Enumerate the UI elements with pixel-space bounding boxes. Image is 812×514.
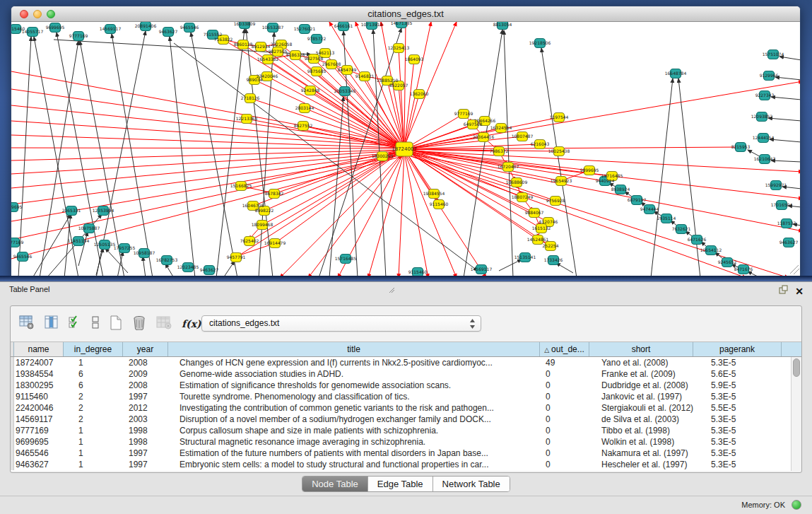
cell-short[interactable]: de Silva et al. (2003) xyxy=(589,414,693,425)
cell-name[interactable]: 22420046 xyxy=(14,402,64,414)
cell-short[interactable]: Tibbo et al. (1998) xyxy=(589,425,693,436)
cell-year[interactable]: 1998 xyxy=(123,425,168,436)
function-builder-icon[interactable]: f(x) xyxy=(182,317,201,330)
cell-title[interactable]: Tourette syndrome. Phenomenology and cla… xyxy=(168,391,540,402)
graph-edge[interactable] xyxy=(11,153,402,204)
graph-edge[interactable] xyxy=(165,264,174,276)
cell-title[interactable]: Structural magnetic resonance image aver… xyxy=(168,436,540,448)
cell-year[interactable]: 2008 xyxy=(123,380,168,391)
cell-in_degree[interactable]: 2 xyxy=(64,402,123,414)
cell-name[interactable]: 19384554 xyxy=(14,368,64,380)
cell-pagerank[interactable]: 5.3E-5 xyxy=(693,425,782,436)
cell-name[interactable]: 9463627 xyxy=(14,459,64,470)
cell-in_degree[interactable]: 1 xyxy=(64,436,123,448)
graph-edge[interactable] xyxy=(504,30,513,276)
cell-in_degree[interactable]: 6 xyxy=(64,380,123,391)
graph-edge[interactable] xyxy=(768,118,800,121)
stacked-squares-icon[interactable] xyxy=(91,315,100,332)
tab-network-table[interactable]: Network Table xyxy=(433,477,510,491)
table-row[interactable]: 1456911722003Disruption of a novel membe… xyxy=(11,414,801,425)
cell-short[interactable]: Hescheler et al. (1997) xyxy=(589,459,693,470)
graph-edge[interactable] xyxy=(170,37,195,276)
cell-name[interactable]: 9465546 xyxy=(14,448,64,459)
graph-edge[interactable] xyxy=(112,34,153,276)
delete-table-disabled-icon[interactable] xyxy=(156,315,172,332)
panel-resize-grip-icon[interactable] xyxy=(389,284,396,298)
column-header-year[interactable]: year xyxy=(123,342,168,356)
tab-node-table[interactable]: Node Table xyxy=(302,477,368,491)
cell-in_degree[interactable]: 1 xyxy=(64,459,123,470)
column-header-name[interactable]: name xyxy=(14,342,64,356)
cell-in_degree[interactable]: 1 xyxy=(64,425,123,436)
minimize-window-button[interactable] xyxy=(33,10,42,18)
cell-title[interactable]: Estimation of significance thresholds fo… xyxy=(168,380,540,391)
table-row[interactable]: 946554611997Estimation of the future num… xyxy=(11,448,801,459)
cell-short[interactable]: Yano et al. (2008) xyxy=(589,357,693,368)
cell-pagerank[interactable]: 5.3E-5 xyxy=(693,391,782,402)
column-header-short[interactable]: short xyxy=(589,342,693,356)
table-selector-dropdown[interactable]: citations_edges.txt xyxy=(201,315,481,332)
graph-edge[interactable] xyxy=(11,155,403,240)
trash-icon[interactable] xyxy=(132,315,146,333)
scrollbar-thumb[interactable] xyxy=(793,358,800,377)
new-document-icon[interactable] xyxy=(110,315,122,333)
cell-out_de[interactable]: 0 xyxy=(540,425,589,436)
cell-out_de[interactable]: 0 xyxy=(540,459,589,470)
cell-name[interactable]: 14569117 xyxy=(14,414,64,425)
cell-in_degree[interactable]: 2 xyxy=(64,414,123,425)
row-checks-icon[interactable] xyxy=(69,315,81,332)
citation-network-graph[interactable]: 9115460140557179699695977716914569117208… xyxy=(11,22,800,276)
cell-out_de[interactable]: 0 xyxy=(540,448,589,459)
graph-edge[interactable] xyxy=(399,152,404,276)
cell-pagerank[interactable]: 5.3E-5 xyxy=(693,448,782,459)
column-header-in_degree[interactable]: in_degree xyxy=(64,342,123,356)
graph-edge[interactable] xyxy=(771,97,800,100)
graph-edge[interactable] xyxy=(779,57,800,60)
column-header-out_de[interactable]: △out_de... xyxy=(540,342,589,356)
graph-edge[interactable] xyxy=(254,80,404,149)
cell-year[interactable]: 2009 xyxy=(123,368,168,380)
graph-edge[interactable] xyxy=(11,150,401,160)
graph-edge[interactable] xyxy=(223,261,235,276)
cell-pagerank[interactable]: 5.5E-5 xyxy=(693,402,782,414)
cell-short[interactable]: Nakamura et al. (1997) xyxy=(589,448,693,459)
vertical-scrollbar[interactable] xyxy=(791,357,801,471)
cell-in_degree[interactable]: 2 xyxy=(64,391,123,402)
graph-edge[interactable] xyxy=(678,78,700,276)
graph-edge[interactable] xyxy=(407,153,800,231)
cell-short[interactable]: Jankovic et al. (1997) xyxy=(589,391,693,402)
close-panel-icon[interactable]: ✕ xyxy=(795,286,804,296)
table-row[interactable]: 911546021997Tourette syndrome. Phenomeno… xyxy=(11,391,801,402)
cell-pagerank[interactable]: 5.9E-5 xyxy=(693,380,782,391)
cell-title[interactable]: Changes of HCN gene expression and I(f) … xyxy=(168,357,540,368)
table-panel-header[interactable]: Table Panel ✕ xyxy=(0,282,812,296)
cell-year[interactable]: 1997 xyxy=(123,391,168,402)
cell-title[interactable]: Corpus callosum shape and size in male p… xyxy=(168,425,540,436)
cell-out_de[interactable]: 0 xyxy=(540,414,589,425)
graph-edge[interactable] xyxy=(404,59,414,149)
cell-in_degree[interactable]: 1 xyxy=(64,448,123,459)
graph-edge[interactable] xyxy=(651,78,673,276)
graph-edge[interactable] xyxy=(11,148,401,148)
cell-title[interactable]: Embryonic stem cells: a model to study s… xyxy=(168,459,540,470)
graph-edge[interactable] xyxy=(404,22,431,146)
graph-edge[interactable] xyxy=(143,257,146,276)
cell-short[interactable]: Stergiakouli et al. (2012) xyxy=(589,402,693,414)
show-columns-icon[interactable] xyxy=(45,315,59,332)
cell-in_degree[interactable]: 6 xyxy=(64,368,123,380)
cell-name[interactable]: 18724007 xyxy=(14,357,64,368)
cell-pagerank[interactable]: 5.6E-5 xyxy=(693,368,782,380)
graph-edge[interactable] xyxy=(407,151,800,172)
cell-title[interactable]: Disruption of a novel member of a sodium… xyxy=(168,414,540,425)
graph-edge[interactable] xyxy=(33,214,71,276)
cell-out_de[interactable]: 0 xyxy=(540,391,589,402)
network-window-titlebar[interactable]: citations_edges.txt xyxy=(11,6,800,22)
cell-name[interactable]: 9777169 xyxy=(14,425,64,436)
cell-out_de[interactable]: 0 xyxy=(540,380,589,391)
canvas-resize-grip-icon[interactable] xyxy=(790,265,799,274)
cell-pagerank[interactable]: 5.3E-5 xyxy=(693,436,782,448)
cell-name[interactable]: 18300295 xyxy=(14,380,64,391)
graph-edge[interactable] xyxy=(174,43,478,271)
cell-name[interactable]: 9115460 xyxy=(14,391,64,402)
cell-year[interactable]: 1997 xyxy=(123,459,168,470)
